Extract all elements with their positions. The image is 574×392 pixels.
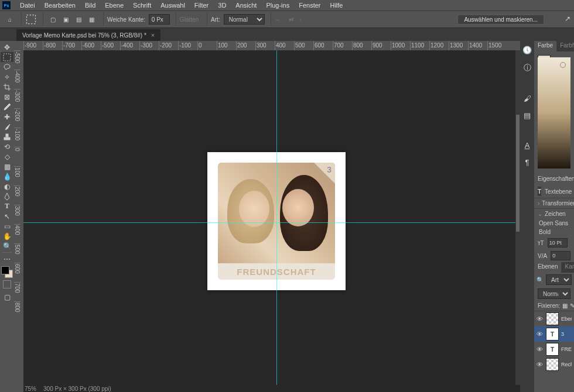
- type-select[interactable]: Normal: [224, 14, 265, 25]
- tool-eraser[interactable]: ◇: [1, 152, 13, 161]
- visibility-icon[interactable]: 👁: [537, 331, 544, 338]
- ruler-vertical[interactable]: -500-400-300-200-10001002003004005006007…: [14, 50, 23, 392]
- blend-mode-select[interactable]: Normal: [538, 288, 570, 299]
- svg-rect-1: [4, 54, 11, 61]
- tab-channels[interactable]: Kanäle: [561, 262, 574, 273]
- layer-thumb: T: [546, 343, 559, 356]
- menu-hilfe[interactable]: Hilfe: [325, 1, 347, 10]
- menu-datei[interactable]: Datei: [15, 1, 40, 10]
- font-weight[interactable]: Bold: [534, 228, 574, 236]
- info-panel-icon[interactable]: ⓘ: [524, 63, 531, 73]
- acc-transform[interactable]: ›Transformieren: [534, 198, 574, 208]
- tool-hand[interactable]: ✋: [1, 231, 13, 241]
- menu-ansicht[interactable]: Ansicht: [231, 1, 261, 10]
- tool-history[interactable]: ⟲: [1, 142, 13, 152]
- tool-crop[interactable]: [1, 82, 13, 92]
- sel-intersect-icon[interactable]: ▦: [86, 13, 97, 25]
- layer-row[interactable]: 👁 T FREU: [534, 342, 574, 357]
- brushes-panel-icon[interactable]: ▤: [524, 111, 531, 120]
- guide-horizontal[interactable]: [23, 222, 515, 223]
- tab-layers[interactable]: Ebenen: [534, 262, 561, 273]
- tool-wand[interactable]: ✧: [1, 72, 13, 82]
- menu-auswahl[interactable]: Auswahl: [156, 1, 190, 10]
- tool-zoom[interactable]: 🔍: [1, 241, 13, 251]
- layers-panel: 🔍 Art Normal Fixieren: ▦ ✎ 👁 Ebene 👁 T 3: [534, 273, 574, 392]
- acc-character[interactable]: ⌄Zeichen: [534, 208, 574, 219]
- search-icon[interactable]: 🔍: [537, 277, 544, 283]
- lock-pixels-icon[interactable]: ▦: [562, 302, 568, 309]
- character-panel-icon[interactable]: A: [525, 141, 530, 150]
- tool-brush[interactable]: [1, 122, 13, 132]
- home-icon[interactable]: ⌂: [4, 13, 16, 26]
- tool-lasso[interactable]: [1, 62, 13, 72]
- tool-edit-toolbar[interactable]: ⋯: [1, 254, 13, 264]
- properties-panel: T Textebene ›Transformieren ⌄Zeichen Ope…: [534, 185, 574, 262]
- guide-vertical[interactable]: [276, 50, 277, 385]
- color-swatches[interactable]: [1, 266, 13, 278]
- tab-bar: Vorlage Memo Karte.psd bei 75% (3, RGB/8…: [0, 28, 574, 41]
- height-icon: ↕: [299, 16, 302, 23]
- tool-eyedropper[interactable]: [1, 102, 13, 112]
- tool-marquee[interactable]: [1, 52, 13, 62]
- layer-kind-select[interactable]: Art: [546, 274, 572, 285]
- sel-add-icon[interactable]: ▣: [60, 13, 71, 25]
- lock-paint-icon[interactable]: ✎: [570, 302, 574, 309]
- layer-row[interactable]: 👁 Recht: [534, 357, 574, 372]
- fg-color-swatch[interactable]: [1, 266, 9, 274]
- workspace: ✥ ✧ ⊠ ✚ ⟲ ◇ ▦ 💧 ◐ T ↖ ▭ ✋ 🔍 ⋯ ▢ -900-800…: [0, 41, 574, 392]
- fontsize-input[interactable]: [548, 238, 568, 247]
- share-icon[interactable]: ↗: [565, 15, 570, 23]
- font-family[interactable]: Open Sans: [534, 219, 574, 228]
- tool-stamp[interactable]: [1, 132, 13, 142]
- layer-row[interactable]: 👁 Ebene: [534, 311, 574, 326]
- menu-fenster[interactable]: Fenster: [294, 1, 325, 10]
- visibility-icon[interactable]: 👁: [537, 315, 544, 322]
- sel-new-icon[interactable]: ▢: [47, 13, 59, 25]
- menu-bearbeiten[interactable]: Bearbeiten: [40, 1, 80, 10]
- layer-thumb: [546, 358, 559, 371]
- close-icon[interactable]: ×: [151, 32, 155, 39]
- brush-panel-icon[interactable]: 🖌: [524, 94, 531, 103]
- menu-3d[interactable]: 3D: [213, 1, 231, 10]
- tracking-input[interactable]: [551, 251, 570, 260]
- status-bar: 75% 300 Px × 300 Px (300 ppi): [14, 385, 520, 392]
- tab-color[interactable]: Farbe: [534, 41, 556, 51]
- tool-gradient[interactable]: ▦: [1, 161, 13, 171]
- tool-type[interactable]: T: [1, 201, 13, 211]
- visibility-icon[interactable]: 👁: [537, 361, 544, 368]
- tool-frame[interactable]: ⊠: [1, 92, 13, 102]
- visibility-icon[interactable]: 👁: [537, 346, 544, 353]
- layer-row[interactable]: 👁 T 3: [534, 326, 574, 342]
- document-tab-title: Vorlage Memo Karte.psd bei 75% (3, RGB/8…: [22, 32, 146, 39]
- sel-sub-icon[interactable]: ▤: [73, 13, 84, 25]
- document-tab[interactable]: Vorlage Memo Karte.psd bei 75% (3, RGB/8…: [16, 29, 160, 41]
- tab-swatches[interactable]: Farbfelder: [556, 41, 574, 51]
- menu-plugins[interactable]: Plug-ins: [261, 1, 294, 10]
- tool-path[interactable]: ↖: [1, 211, 13, 221]
- tool-shape[interactable]: ▭: [1, 221, 13, 231]
- tab-properties[interactable]: Eigenschaften: [534, 174, 574, 185]
- menu-filter[interactable]: Filter: [190, 1, 213, 10]
- tool-blur[interactable]: 💧: [1, 171, 13, 181]
- ruler-horizontal[interactable]: -900-800-700-600-500-400-300-200-1000100…: [23, 41, 520, 50]
- screenmode-icon[interactable]: ▢: [1, 292, 13, 302]
- history-panel-icon[interactable]: 🕔: [522, 46, 532, 54]
- menu-bild[interactable]: Bild: [80, 1, 100, 10]
- vertical-scrollbar[interactable]: [515, 50, 520, 385]
- tool-dodge[interactable]: ◐: [1, 181, 13, 191]
- menu-schrift[interactable]: Schrift: [128, 1, 156, 10]
- color-panel: [534, 51, 574, 174]
- lock-label: Fixieren:: [538, 302, 560, 309]
- canvas-scene[interactable]: 3 FREUNDSCHAFT: [23, 50, 515, 385]
- marquee-preset-icon[interactable]: [25, 13, 37, 25]
- quickmask-icon[interactable]: [3, 280, 11, 288]
- color-gradient[interactable]: [538, 57, 570, 169]
- menu-ebene[interactable]: Ebene: [100, 1, 128, 10]
- tool-move[interactable]: ✥: [1, 42, 13, 52]
- canvas-area: -900-800-700-600-500-400-300-200-1000100…: [14, 41, 520, 392]
- feather-input[interactable]: [149, 14, 170, 25]
- paragraph-panel-icon[interactable]: ¶: [525, 158, 529, 167]
- tool-heal[interactable]: ✚: [1, 112, 13, 122]
- tool-pen[interactable]: [1, 191, 13, 201]
- select-and-mask-button[interactable]: Auswählen und maskieren...: [457, 15, 544, 25]
